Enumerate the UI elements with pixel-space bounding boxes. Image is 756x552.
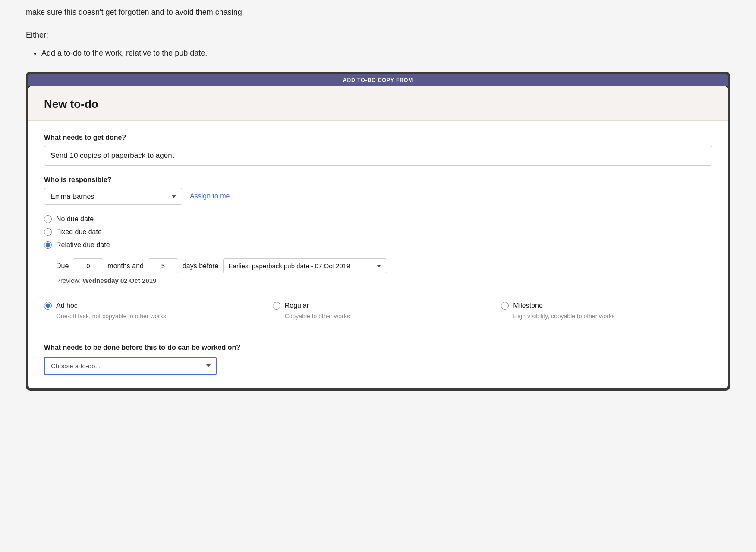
relative-due-date-label: Relative due date xyxy=(56,241,110,249)
days-input[interactable] xyxy=(148,258,178,273)
due-label: Due xyxy=(56,262,69,270)
prereq-select-wrapper: Choose a to-do... xyxy=(44,357,217,375)
preview-date: Wednesday 02 Oct 2019 xyxy=(83,277,157,284)
responsible-label: Who is responsible? xyxy=(44,176,712,184)
task-type-regular-header: Regular xyxy=(273,302,475,310)
months-and-label: months and xyxy=(107,262,144,270)
modal-topbar: ADD TO-DO COPY FROM xyxy=(28,74,728,86)
regular-radio-input[interactable] xyxy=(273,302,280,310)
either-label: Either: xyxy=(26,31,730,40)
due-date-radio-group: No due date Fixed due date Relative due … xyxy=(44,215,712,249)
days-before-label: days before xyxy=(183,262,219,270)
prereq-section: What needs to be done before this to-do … xyxy=(44,342,712,375)
no-due-date-input[interactable] xyxy=(44,215,52,223)
adhoc-radio-input[interactable] xyxy=(44,302,52,310)
preview-prefix: Preview: xyxy=(56,277,81,284)
no-due-date-label: No due date xyxy=(56,215,94,223)
vertical-divider-2 xyxy=(492,302,492,321)
modal-title: New to-do xyxy=(44,97,712,111)
prereq-label: What needs to be done before this to-do … xyxy=(44,344,712,351)
bullet-list: Add a to-do to the work, relative to the… xyxy=(26,47,730,60)
fixed-due-date-input[interactable] xyxy=(44,228,52,236)
fixed-due-date-label: Fixed due date xyxy=(56,228,102,236)
milestone-title: Milestone xyxy=(513,302,542,310)
task-type-adhoc: Ad hoc One-off task, not copyable to oth… xyxy=(44,302,255,321)
task-field-label: What needs to get done? xyxy=(44,134,712,141)
fixed-due-date-radio[interactable]: Fixed due date xyxy=(44,228,712,236)
modal-header: New to-do xyxy=(28,86,728,121)
bullet-item: Add a to-do to the work, relative to the… xyxy=(41,47,730,60)
modal-card: New to-do What needs to get done? Who is… xyxy=(28,86,728,388)
relative-due-options: Due months and days before Earliest pape… xyxy=(56,258,712,273)
task-type-milestone-header: Milestone xyxy=(501,302,703,310)
task-type-regular: Regular Copyable to other works xyxy=(273,302,484,321)
task-type-adhoc-header: Ad hoc xyxy=(44,302,246,310)
task-type-row: Ad hoc One-off task, not copyable to oth… xyxy=(44,302,712,321)
responsible-select-wrapper: Emma Barnes xyxy=(44,188,182,205)
milestone-radio-input[interactable] xyxy=(501,302,509,310)
responsible-select[interactable]: Emma Barnes xyxy=(44,188,182,205)
adhoc-title: Ad hoc xyxy=(56,302,78,310)
prose-truncated: make sure this doesn't get forgotten and… xyxy=(26,0,730,19)
divider-1 xyxy=(44,293,712,293)
months-input[interactable] xyxy=(73,258,103,273)
regular-desc: Copyable to other works xyxy=(285,312,475,321)
adhoc-desc: One-off task, not copyable to other work… xyxy=(56,312,246,321)
relative-date-select[interactable]: Earliest paperback pub date - 07 Oct 201… xyxy=(223,258,387,273)
milestone-desc: High visibility, copyable to other works xyxy=(513,312,703,321)
task-type-milestone: Milestone High visibility, copyable to o… xyxy=(501,302,712,321)
prereq-select[interactable]: Choose a to-do... xyxy=(44,357,217,375)
modal-wrapper: ADD TO-DO COPY FROM New to-do What needs… xyxy=(26,72,730,391)
relative-due-date-radio[interactable]: Relative due date xyxy=(44,241,712,249)
modal-topbar-text: ADD TO-DO COPY FROM xyxy=(343,77,413,83)
task-input[interactable] xyxy=(44,146,712,166)
responsible-row: Emma Barnes Assign to me xyxy=(44,188,712,205)
relative-due-date-input[interactable] xyxy=(44,241,52,249)
preview-text: Preview: Wednesday 02 Oct 2019 xyxy=(56,277,712,284)
divider-2 xyxy=(44,333,712,333)
regular-title: Regular xyxy=(285,302,309,310)
assign-to-me-link[interactable]: Assign to me xyxy=(190,192,230,201)
vertical-divider-1 xyxy=(264,302,264,321)
modal-body: What needs to get done? Who is responsib… xyxy=(28,121,728,388)
no-due-date-radio[interactable]: No due date xyxy=(44,215,712,223)
relative-date-select-wrapper: Earliest paperback pub date - 07 Oct 201… xyxy=(223,258,387,273)
